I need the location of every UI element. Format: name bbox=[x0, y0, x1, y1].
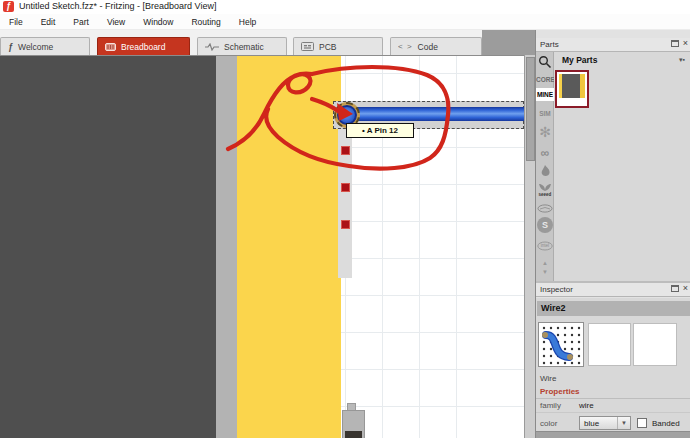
waveform-icon bbox=[205, 43, 219, 51]
menu-file[interactable]: File bbox=[0, 17, 32, 27]
small-component-base bbox=[345, 431, 362, 438]
menu-edit[interactable]: Edit bbox=[32, 17, 65, 27]
window-bottom-edge bbox=[536, 431, 690, 438]
banded-label: Banded bbox=[652, 419, 680, 428]
search-icon[interactable] bbox=[536, 55, 554, 69]
scroll-down-icon[interactable]: ▼ bbox=[536, 269, 554, 275]
fritzing-f-icon: ƒ bbox=[8, 42, 13, 52]
my-parts-title: My Parts bbox=[562, 55, 597, 65]
tab-code[interactable]: < > Code bbox=[390, 37, 482, 55]
infineon-icon[interactable] bbox=[536, 204, 554, 213]
parts-menu-icon[interactable]: ▾▪ bbox=[679, 56, 685, 64]
menu-view[interactable]: View bbox=[98, 17, 134, 27]
menu-routing[interactable]: Routing bbox=[182, 17, 229, 27]
wire-endpoint[interactable] bbox=[337, 105, 357, 125]
inspector-panel-title: Inspector bbox=[540, 285, 573, 294]
wire-color-select[interactable]: blue ▼ bbox=[579, 416, 631, 430]
tab-welcome[interactable]: ƒ Welcome bbox=[0, 37, 90, 55]
tab-breadboard[interactable]: Breadboard bbox=[97, 37, 190, 55]
float-panel-icon[interactable] bbox=[671, 40, 679, 47]
tab-code-label: Code bbox=[418, 42, 438, 52]
window-title: Untitled Sketch.fzz* - Fritzing - [Bread… bbox=[19, 1, 216, 11]
inspector-body: Wire2 Wire bbox=[536, 298, 690, 431]
snootlab-icon[interactable]: S bbox=[536, 217, 554, 233]
float-panel-icon[interactable] bbox=[671, 285, 679, 292]
tab-pcb-label: PCB bbox=[319, 42, 336, 52]
pin-pad-red[interactable] bbox=[341, 146, 350, 155]
intel-icon[interactable]: intel bbox=[536, 241, 554, 248]
close-panel-icon[interactable]: × bbox=[683, 40, 688, 47]
parts-panel-header: Parts × bbox=[536, 38, 690, 52]
part-edge-gray-region bbox=[216, 56, 237, 438]
title-bar: ƒ Untitled Sketch.fzz* - Fritzing - [Bre… bbox=[0, 0, 690, 14]
chevron-down-icon: ▼ bbox=[617, 417, 630, 429]
tab-pcb[interactable]: PCB bbox=[293, 37, 383, 55]
pcb-icon bbox=[301, 42, 314, 51]
menu-bar: File Edit Part View Window Routing Help bbox=[0, 14, 690, 30]
family-label: family bbox=[540, 401, 561, 410]
seeed-label: seeed bbox=[536, 192, 554, 197]
menu-window[interactable]: Window bbox=[134, 17, 182, 27]
bin-tab-mine[interactable]: MINE bbox=[536, 88, 554, 101]
inspector-panel-header: Inspector × bbox=[536, 283, 690, 297]
breadboard-canvas[interactable]: • A Pin 12 bbox=[0, 55, 524, 438]
banded-checkbox[interactable] bbox=[637, 418, 647, 428]
part-thumbnail-image bbox=[559, 74, 585, 98]
properties-heading: Properties bbox=[540, 387, 580, 396]
wire-preview-breadboard[interactable] bbox=[538, 322, 584, 367]
family-value: wire bbox=[579, 401, 594, 410]
pin-tooltip: • A Pin 12 bbox=[346, 123, 414, 138]
wire-preview-pcb[interactable] bbox=[633, 323, 677, 366]
divider bbox=[536, 398, 690, 399]
wire-color-value: blue bbox=[584, 419, 599, 428]
breadboard-icon bbox=[105, 43, 116, 51]
color-label: color bbox=[540, 419, 557, 428]
adafruit-flower-icon[interactable]: ✻ bbox=[536, 124, 554, 140]
bin-tab-sim[interactable]: SIM bbox=[536, 110, 554, 117]
blue-wire[interactable] bbox=[345, 107, 524, 121]
tab-schematic[interactable]: Schematic bbox=[197, 37, 287, 55]
tab-welcome-label: Welcome bbox=[18, 42, 53, 52]
menu-help[interactable]: Help bbox=[230, 17, 265, 27]
scrollbar-thumb[interactable] bbox=[526, 57, 535, 161]
tab-schematic-label: Schematic bbox=[224, 42, 264, 52]
parts-bin-strip: CORE MINE SIM ✻ ∞ seeed S intel ▲ bbox=[536, 52, 554, 281]
canvas-vertical-scrollbar[interactable] bbox=[524, 55, 535, 438]
fritzing-logo-icon: ƒ bbox=[3, 1, 14, 12]
scroll-up-icon[interactable]: ▲ bbox=[536, 260, 554, 266]
selection-name: Wire2 bbox=[537, 301, 690, 316]
menu-part[interactable]: Part bbox=[64, 17, 98, 27]
pin-pad-red[interactable] bbox=[341, 220, 350, 229]
tab-breadboard-label: Breadboard bbox=[121, 42, 165, 52]
bin-tab-core[interactable]: CORE bbox=[536, 76, 554, 83]
divider bbox=[536, 412, 690, 413]
code-icon: < > bbox=[398, 42, 413, 51]
close-panel-icon[interactable]: × bbox=[683, 285, 688, 292]
tab-bar-filler bbox=[482, 30, 535, 55]
snootlab-label: S bbox=[537, 217, 553, 233]
part-body-dark-region[interactable] bbox=[0, 56, 216, 438]
fritzing-window: ƒ Untitled Sketch.fzz* - Fritzing - [Bre… bbox=[0, 0, 690, 438]
seeed-icon[interactable]: seeed bbox=[536, 182, 554, 197]
part-body-yellow-region[interactable] bbox=[237, 56, 341, 438]
right-dock: Parts × CORE MINE SIM ✻ ∞ seeed bbox=[535, 30, 690, 438]
part-thumbnail-selected[interactable] bbox=[555, 70, 589, 108]
part-type-label: Wire bbox=[540, 374, 556, 383]
arduino-infinity-icon[interactable]: ∞ bbox=[536, 146, 554, 160]
my-parts-bin: My Parts ▾▪ bbox=[554, 52, 690, 281]
pin-pad-red[interactable] bbox=[341, 183, 350, 192]
sparkfun-flame-icon[interactable] bbox=[536, 164, 554, 178]
wire-preview-schematic[interactable] bbox=[588, 323, 631, 366]
parts-panel-title: Parts bbox=[540, 40, 559, 49]
